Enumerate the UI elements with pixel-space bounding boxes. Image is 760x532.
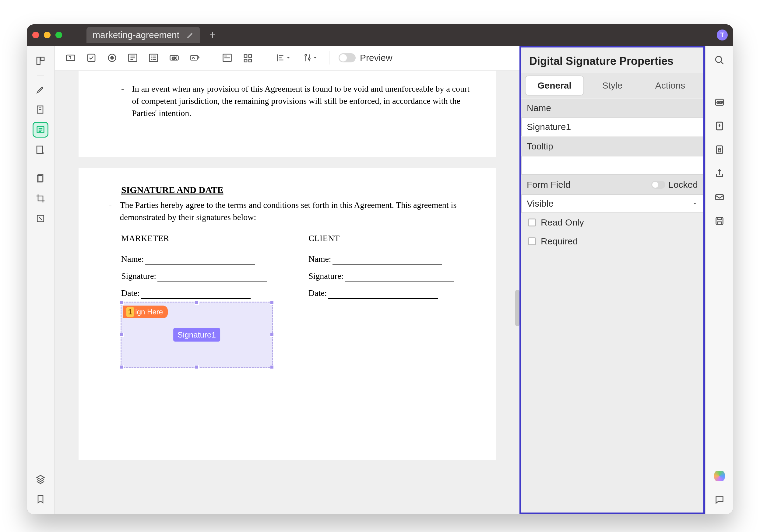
svg-rect-18: [244, 55, 247, 58]
text-field-tool-icon[interactable]: [62, 49, 79, 66]
app-window: marketing-agreement + T: [27, 24, 733, 514]
tab-actions[interactable]: Actions: [641, 76, 699, 95]
required-checkbox[interactable]: Required: [521, 232, 703, 251]
document-page: - In an event when any provision of this…: [78, 70, 496, 157]
locked-toggle[interactable]: [651, 181, 665, 189]
checkbox-tool-icon[interactable]: [83, 49, 100, 66]
resize-handle[interactable]: [119, 300, 123, 305]
app-logo-icon[interactable]: [712, 469, 727, 483]
dropdown-tool-icon[interactable]: [124, 49, 141, 66]
listbox-tool-icon[interactable]: [145, 49, 162, 66]
svg-rect-31: [716, 218, 723, 225]
pencil-icon[interactable]: [187, 31, 194, 39]
resize-handle[interactable]: [195, 300, 199, 305]
tab-style[interactable]: Style: [583, 76, 641, 95]
visibility-select[interactable]: Visible: [521, 194, 703, 213]
svg-point-11: [111, 57, 114, 59]
bookmark-icon[interactable]: [32, 491, 48, 507]
document-viewport[interactable]: - In an event when any provision of this…: [55, 70, 519, 514]
resize-handle[interactable]: [119, 332, 123, 337]
align-tool-icon[interactable]: [272, 49, 295, 66]
left-sidebar: [27, 46, 55, 514]
paragraph-text: In an event when any provision of this A…: [132, 83, 477, 119]
intro-text: The Parties hereby agree to the terms an…: [120, 199, 477, 223]
svg-rect-20: [244, 59, 247, 62]
tab-general[interactable]: General: [526, 76, 583, 95]
properties-tabs: General Style Actions: [521, 73, 703, 98]
svg-rect-21: [249, 59, 252, 62]
email-icon[interactable]: [712, 190, 727, 204]
tab-title: marketing-agreement: [93, 30, 179, 40]
read-only-checkbox[interactable]: Read Only: [521, 213, 703, 232]
panel-title: Digital Signature Properties: [521, 48, 703, 73]
svg-rect-19: [249, 55, 252, 58]
marketer-header: MARKETER: [121, 232, 290, 244]
name-label: Name: [527, 103, 551, 113]
search-icon[interactable]: [712, 53, 727, 67]
tooltip-label: Tooltip: [527, 141, 553, 152]
ocr-icon[interactable]: OCR: [712, 95, 727, 110]
sign-tool-icon[interactable]: [32, 142, 48, 158]
thumbnail-panel-icon[interactable]: [32, 53, 48, 69]
svg-rect-8: [67, 55, 75, 61]
sign-here-flag: 1 ign Here: [123, 306, 168, 318]
close-window-icon[interactable]: [32, 32, 39, 38]
avatar[interactable]: T: [717, 29, 728, 40]
resize-handle[interactable]: [195, 365, 199, 369]
svg-rect-30: [716, 195, 724, 200]
svg-rect-1: [41, 57, 44, 61]
svg-text:OK: OK: [172, 56, 177, 60]
properties-panel: Digital Signature Properties General Sty…: [519, 46, 705, 514]
save-icon[interactable]: [712, 214, 727, 228]
scrollbar-thumb[interactable]: [515, 290, 519, 326]
signature-tool-icon[interactable]: [186, 49, 203, 66]
name-input[interactable]: [521, 117, 703, 136]
minimize-window-icon[interactable]: [44, 32, 51, 38]
fullscreen-window-icon[interactable]: [55, 32, 62, 38]
button-tool-icon[interactable]: OK: [166, 49, 183, 66]
checkbox-icon: [528, 218, 536, 226]
main-area: OK: [55, 46, 519, 514]
form-toolbar: OK: [55, 46, 519, 70]
annotate-tool-icon[interactable]: [32, 102, 48, 117]
tooltip-input[interactable]: [521, 156, 703, 175]
svg-rect-0: [37, 57, 40, 65]
tools-menu-icon[interactable]: [298, 49, 321, 66]
preview-label: Preview: [360, 53, 393, 63]
form-field-label: Form Field: [527, 180, 570, 190]
redact-tool-icon[interactable]: [32, 211, 48, 226]
svg-rect-29: [718, 150, 721, 152]
resize-handle[interactable]: [270, 365, 274, 369]
resize-handle[interactable]: [119, 365, 123, 369]
resize-handle[interactable]: [270, 300, 274, 305]
checkbox-icon: [528, 238, 536, 245]
document-tab[interactable]: marketing-agreement: [86, 27, 200, 43]
resize-handle[interactable]: [270, 332, 274, 337]
signature-field[interactable]: 1 ign Here Signature1: [120, 302, 273, 368]
barcode-tool-icon[interactable]: [239, 49, 257, 66]
share-icon[interactable]: [712, 166, 727, 181]
signature-field-label: Signature1: [173, 328, 220, 342]
compress-icon[interactable]: [712, 119, 727, 133]
pages-tool-icon[interactable]: [32, 170, 48, 186]
highlight-tool-icon[interactable]: [32, 82, 48, 97]
form-tool-icon[interactable]: [32, 122, 48, 138]
radio-tool-icon[interactable]: [104, 49, 120, 66]
svg-point-23: [309, 58, 310, 60]
comment-icon[interactable]: [712, 492, 727, 507]
layers-icon[interactable]: [32, 471, 48, 487]
chevron-down-icon: [692, 200, 698, 207]
right-sidebar: OCR: [705, 46, 733, 514]
crop-tool-icon[interactable]: [32, 191, 48, 206]
image-field-tool-icon[interactable]: [218, 49, 236, 66]
window-controls: [32, 32, 62, 38]
titlebar: marketing-agreement + T: [27, 24, 733, 46]
svg-rect-4: [37, 146, 43, 154]
client-header: CLIENT: [309, 232, 477, 244]
protect-icon[interactable]: [712, 143, 727, 157]
toggle-switch-icon[interactable]: [339, 53, 356, 63]
preview-toggle[interactable]: Preview: [339, 53, 393, 63]
svg-text:OCR: OCR: [717, 101, 724, 104]
new-tab-button[interactable]: +: [209, 28, 215, 41]
section-header: SIGNATURE AND DATE: [121, 184, 477, 197]
